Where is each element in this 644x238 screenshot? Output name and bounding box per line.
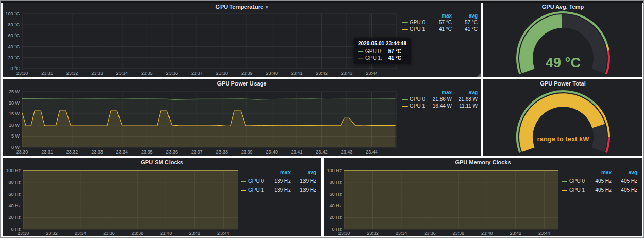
gauge-gpu-avg-temp: 49 °C	[483, 11, 642, 77]
chart-area-gpu-temperature[interactable]: 0 °C20 °C40 °C60 °C80 °C100 °C23:3023:31…	[3, 11, 402, 77]
x-tick-label: 23:38	[453, 231, 465, 236]
panel-title-gpu-power-usage[interactable]: GPU Power Usage	[3, 79, 481, 88]
series-swatch-icon	[562, 190, 567, 191]
legend-header-avg[interactable]: avg	[291, 169, 316, 175]
x-tick-label: 23:34	[396, 231, 408, 236]
panel-gpu-power-usage: GPU Power Usage 0 W5 W10 W15 W20 W25 W23…	[3, 79, 481, 156]
legend-header-current[interactable]: current	[637, 169, 642, 175]
panel-title-gpu-sm-clocks[interactable]: GPU SM Clocks	[3, 158, 321, 166]
legend-header-row: maxavgcurrent	[402, 89, 481, 96]
legend-series-gpu0[interactable]: GPU 0	[562, 178, 585, 184]
chart-svg-gpu-memory-clocks: 0 Hz20 Hz40 Hz60 Hz80 Hz100 Hz23:3023:32…	[324, 166, 562, 236]
legend-value: 57 °C	[478, 20, 481, 25]
legend-header-avg[interactable]: avg	[612, 169, 637, 175]
y-tick-label: 5 W	[11, 133, 20, 139]
x-tick-label: 23:32	[46, 231, 58, 236]
legend-value: 139 Hz	[291, 187, 316, 193]
series-swatch-icon	[241, 181, 246, 182]
y-tick-label: 20 °C	[8, 55, 20, 60]
chart-area-gpu-memory-clocks[interactable]: 0 Hz20 Hz40 Hz60 Hz80 Hz100 Hz23:3023:32…	[324, 166, 562, 236]
chart-svg-gpu-sm-clocks: 0 Hz20 Hz40 Hz60 Hz80 Hz100 Hz23:3023:32…	[3, 166, 241, 236]
legend-header-max[interactable]: max	[264, 169, 291, 175]
legend-header-max[interactable]: max	[425, 13, 452, 19]
legend-row: GPU 1405 Hz405 Hz405 Hz	[562, 185, 642, 194]
x-tick-label: 23:36	[103, 231, 115, 236]
x-tick-label: 23:38	[132, 231, 144, 236]
chart-area-gpu-sm-clocks[interactable]: 0 Hz20 Hz40 Hz60 Hz80 Hz100 Hz23:3023:32…	[3, 166, 241, 236]
panel-title-gpu-avg-temp[interactable]: GPU Avg. Temp	[483, 3, 642, 11]
x-tick-label: 23:43	[341, 149, 353, 155]
legend-gpu-temperature: maxavgcurrentGPU 057 °C57 °C57 °CGPU 141…	[402, 12, 481, 77]
series-swatch-icon	[402, 106, 408, 107]
x-tick-label: 23:37	[191, 149, 203, 155]
x-tick-label: 23:32	[66, 71, 78, 76]
legend-value: 139 Hz	[316, 178, 321, 184]
legend-value: 405 Hz	[637, 187, 642, 193]
x-tick-label: 23:30	[16, 149, 28, 155]
x-tick-label: 23:40	[481, 231, 493, 236]
panel-title-gpu-temperature[interactable]: GPU Temperature▾	[3, 3, 481, 11]
legend-value: 139 Hz	[264, 187, 291, 193]
legend-value: 405 Hz	[612, 187, 637, 193]
legend-value: 41 °C	[425, 26, 452, 32]
panel-gpu-power-total: GPU Power Total range to text kW	[483, 79, 642, 156]
x-tick-label: 23:42	[189, 231, 201, 236]
legend-series-gpu0[interactable]: GPU 0	[241, 178, 264, 184]
legend-value: 41 °C	[452, 26, 478, 32]
y-tick-label: 40 Hz	[329, 203, 342, 208]
legend-series-gpu1[interactable]: GPU 1	[241, 187, 264, 193]
legend-row: GPU 021.86 W21.68 W21.77 W	[402, 96, 481, 103]
legend-gpu-memory-clocks: maxavgcurrentGPU 0405 Hz405 Hz405 HzGPU …	[562, 168, 642, 236]
x-tick-label: 23:30	[338, 231, 350, 236]
legend-header-current[interactable]: current	[478, 13, 481, 19]
legend-row: GPU 116.44 W11.11 W9.79 W	[402, 103, 481, 109]
chart-area-gpu-power-usage[interactable]: 0 W5 W10 W15 W20 W25 W23:3023:3123:3223:…	[3, 88, 402, 156]
legend-value: 57 °C	[452, 20, 478, 25]
legend-header-current[interactable]: current	[478, 90, 481, 95]
x-tick-label: 23:41	[291, 71, 303, 76]
x-tick-label: 23:32	[66, 149, 78, 155]
legend-header-current[interactable]: current	[316, 169, 321, 175]
chart-svg-gpu-temperature: 0 °C20 °C40 °C60 °C80 °C100 °C23:3023:31…	[3, 11, 402, 77]
x-tick-label: 23:44	[366, 149, 378, 155]
x-tick-label: 23:35	[141, 149, 153, 155]
legend-header-avg[interactable]: avg	[452, 13, 478, 19]
legend-row: GPU 1139 Hz139 Hz139 Hz	[241, 185, 321, 194]
resize-handle[interactable]	[477, 73, 481, 77]
legend-header-row: maxavgcurrent	[562, 168, 642, 177]
gauge-value: range to text kW	[537, 135, 589, 143]
y-tick-label: 80 Hz	[329, 180, 342, 185]
panel-title-gpu-memory-clocks[interactable]: GPU Memory Clocks	[324, 158, 642, 166]
x-tick-label: 23:40	[266, 71, 278, 76]
legend-series-gpu1[interactable]: GPU 1	[402, 103, 425, 109]
legend-value: 405 Hz	[585, 178, 612, 184]
panel-gpu-memory-clocks: GPU Memory Clocks 0 Hz20 Hz40 Hz60 Hz80 …	[324, 158, 642, 236]
panel-title-gpu-power-total[interactable]: GPU Power Total	[483, 79, 642, 88]
y-tick-label: 100 °C	[5, 11, 20, 16]
y-tick-label: 10 W	[9, 123, 20, 128]
legend-header-avg[interactable]: avg	[452, 90, 478, 95]
panel-title-text: GPU SM Clocks	[141, 159, 183, 165]
legend-row: GPU 141 °C41 °C41 °C	[402, 26, 481, 32]
y-tick-label: 80 °C	[8, 22, 20, 27]
tooltip-series-name: GPU 0:	[365, 48, 382, 54]
legend-series-gpu0[interactable]: GPU 0	[402, 96, 425, 102]
legend-header-max[interactable]: max	[425, 90, 452, 95]
legend-series-gpu0[interactable]: GPU 0	[402, 20, 425, 25]
legend-gpu-sm-clocks: maxavgcurrentGPU 0139 Hz139 Hz139 HzGPU …	[241, 168, 321, 236]
y-tick-label: 60 Hz	[8, 192, 21, 197]
y-tick-label: 100 Hz	[6, 168, 21, 173]
legend-row: GPU 057 °C57 °C57 °C	[402, 19, 481, 26]
x-tick-label: 23:32	[367, 231, 379, 236]
legend-series-gpu1[interactable]: GPU 1	[402, 26, 425, 32]
x-tick-label: 23:35	[141, 71, 153, 76]
legend-value: 405 Hz	[637, 178, 642, 184]
gauge-svg-gpu-avg-temp: 49 °C	[483, 11, 642, 77]
legend-header-max[interactable]: max	[585, 169, 612, 175]
legend-gpu-power-usage: maxavgcurrentGPU 021.86 W21.68 W21.77 WG…	[402, 89, 481, 156]
legend-header-row: maxavgcurrent	[241, 168, 321, 177]
legend-series-gpu1[interactable]: GPU 1	[562, 187, 585, 193]
x-tick-label: 23:36	[166, 149, 178, 155]
x-tick-label: 23:44	[217, 231, 229, 236]
y-tick-label: 60 Hz	[329, 192, 342, 197]
